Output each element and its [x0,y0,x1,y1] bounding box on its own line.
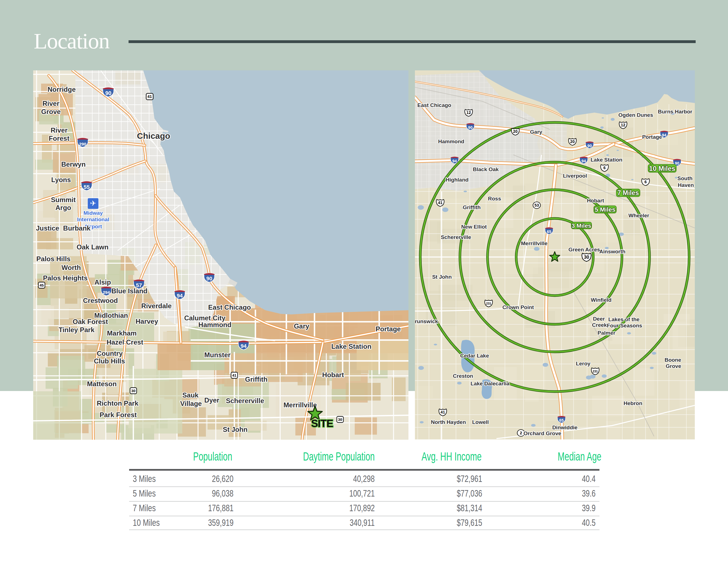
svg-text:Harvey: Harvey [136,318,158,325]
svg-text:SITE: SITE [311,418,333,429]
svg-text:Hazel Crest: Hazel Crest [107,338,143,346]
svg-text:Argo: Argo [55,204,71,211]
svg-text:20: 20 [513,129,518,134]
svg-text:Tinley Park: Tinley Park [59,326,95,334]
svg-text:90: 90 [206,275,212,282]
svg-text:30: 30 [338,418,342,422]
svg-text:Orchard Grove: Orchard Grove [523,430,561,436]
svg-text:Merrillville: Merrillville [521,240,547,246]
svg-text:Summit: Summit [51,196,76,203]
svg-text:Worth: Worth [62,264,81,271]
svg-text:Haven: Haven [678,182,694,188]
svg-text:5 Miles: 5 Miles [595,206,615,213]
svg-text:45: 45 [39,283,44,288]
svg-text:Merrillville: Merrillville [284,401,317,409]
svg-text:Hammond: Hammond [438,138,464,144]
svg-text:North Hayden: North Hayden [431,419,466,425]
svg-text:Hebron: Hebron [624,400,642,406]
svg-text:Village: Village [180,400,202,407]
svg-text:International: International [77,216,109,222]
svg-text:41: 41 [232,373,237,378]
svg-text:12: 12 [621,123,625,127]
svg-text:Norridge: Norridge [48,86,76,93]
svg-text:Crestwood: Crestwood [83,297,118,304]
svg-text:Wheeler: Wheeler [628,212,650,218]
svg-text:Gary: Gary [294,322,309,330]
svg-text:Black Oak: Black Oak [473,166,499,172]
svg-text:Justice: Justice [36,224,59,232]
svg-text:River: River [51,126,68,134]
svg-text:Leroy: Leroy [576,361,590,367]
svg-text:River: River [42,100,59,107]
svg-text:90: 90 [105,90,111,96]
svg-text:53: 53 [534,203,539,207]
svg-text:Deer: Deer [593,316,605,322]
svg-text:55: 55 [84,184,90,190]
svg-text:2: 2 [520,431,522,435]
svg-text:Griffith: Griffith [463,204,480,210]
svg-text:Schererville: Schererville [226,397,264,405]
svg-text:Cedar Lake: Cedar Lake [460,353,489,359]
svg-text:290: 290 [79,142,86,146]
svg-text:Alsip: Alsip [95,278,111,286]
svg-text:41: 41 [441,410,445,414]
svg-text:Markham: Markham [107,329,136,337]
svg-text:Creek: Creek [592,322,607,328]
svg-text:231: 231 [593,370,598,373]
svg-text:Lowell: Lowell [472,419,489,425]
svg-text:94: 94 [662,133,666,137]
svg-text:231: 231 [486,302,491,305]
svg-text:30: 30 [584,254,589,260]
svg-text:Grove: Grove [41,108,60,115]
svg-text:Ogden Dunes: Ogden Dunes [618,112,653,118]
svg-text:Lake Station: Lake Station [591,157,623,163]
svg-text:Richton Park: Richton Park [97,400,139,407]
svg-text:94: 94 [177,293,183,299]
svg-text:Highland: Highland [446,177,468,183]
svg-text:Forest: Forest [49,134,69,142]
svg-text:12: 12 [466,110,471,115]
svg-text:41: 41 [147,94,152,99]
svg-text:3 Miles: 3 Miles [572,222,591,229]
svg-text:Calumet City: Calumet City [184,314,226,322]
svg-text:294: 294 [103,290,110,295]
svg-text:New Elliot: New Elliot [461,224,487,230]
svg-text:Oak Forest: Oak Forest [73,318,108,326]
svg-text:Blue Island: Blue Island [111,287,147,295]
svg-text:65: 65 [547,229,551,234]
svg-text:Boone: Boone [664,357,681,363]
svg-text:94: 94 [581,159,586,163]
svg-text:✈: ✈ [90,199,96,207]
svg-text:Green Acres: Green Acres [569,246,600,252]
svg-text:Schererville: Schererville [441,234,471,240]
svg-text:Park Forest: Park Forest [100,411,137,419]
svg-text:Hobart: Hobart [322,371,344,379]
svg-text:41: 41 [438,200,442,205]
svg-text:Chicago: Chicago [137,131,170,140]
svg-text:Portage: Portage [642,134,662,140]
svg-text:Hobart: Hobart [587,197,604,203]
svg-text:Burbank: Burbank [63,224,91,232]
svg-text:Club Hills: Club Hills [94,357,125,365]
svg-text:Creston: Creston [453,373,473,379]
svg-text:Palos Hills: Palos Hills [36,255,70,262]
svg-text:Country: Country [97,350,123,357]
svg-text:90: 90 [587,143,592,148]
svg-text:Grove: Grove [666,363,681,369]
svg-text:20: 20 [570,139,575,144]
svg-text:6: 6 [644,179,647,184]
svg-text:Matteson: Matteson [87,380,116,388]
svg-text:Berwyn: Berwyn [61,160,86,168]
svg-text:Lake Dalecarlia: Lake Dalecarlia [471,381,510,387]
svg-text:90: 90 [468,125,473,130]
svg-text:Gary: Gary [530,129,542,135]
svg-text:Winfield: Winfield [591,297,612,303]
svg-text:Burns Harbor: Burns Harbor [658,109,693,115]
svg-text:St John: St John [432,274,452,280]
svg-text:Hammond: Hammond [198,321,231,329]
svg-text:East Chicago: East Chicago [208,304,251,311]
svg-text:Liverpool: Liverpool [563,173,587,179]
svg-text:Riverdale: Riverdale [141,302,172,310]
svg-text:St John: St John [223,426,248,433]
svg-text:Lyons: Lyons [51,176,71,183]
